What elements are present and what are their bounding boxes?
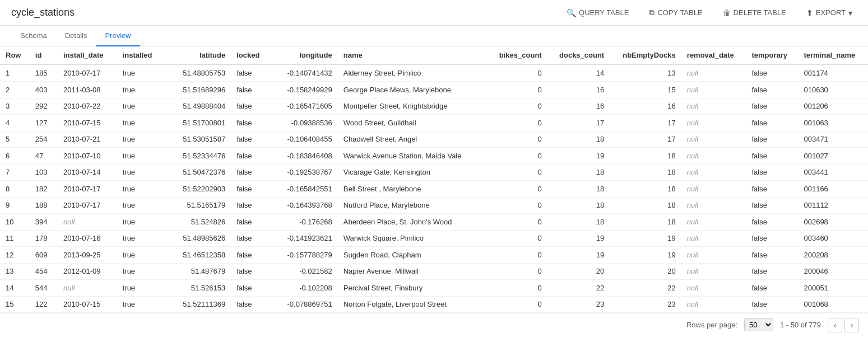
table-cell: 0	[488, 280, 547, 297]
table-cell: 13	[610, 64, 681, 82]
table-cell: Chadwell Street, Angel	[338, 131, 488, 148]
table-cell: 403	[30, 82, 58, 98]
table-cell: false	[746, 82, 798, 98]
table-cell: 20	[547, 263, 610, 280]
table-cell: null	[681, 82, 746, 98]
table-cell: 18	[547, 214, 610, 231]
prev-page-button[interactable]: ‹	[828, 318, 842, 332]
table-cell: 2010-07-22	[58, 98, 117, 115]
table-cell: true	[117, 164, 163, 181]
table-cell: 7	[0, 164, 30, 181]
table-cell: 17	[610, 115, 681, 132]
table-cell: 8	[0, 181, 30, 198]
table-cell: false	[231, 115, 269, 132]
table-cell: true	[117, 230, 163, 247]
table-cell: false	[231, 181, 269, 198]
col-header-row: Row	[0, 46, 30, 64]
table-cell: false	[231, 296, 269, 313]
table-cell: -0.021582	[269, 263, 337, 280]
table-cell: 51.526153	[163, 280, 231, 297]
table-cell: 19	[547, 247, 610, 264]
table-cell: null	[681, 263, 746, 280]
table-cell: 18	[610, 164, 681, 181]
query-table-button[interactable]: 🔍 QUERY TABLE	[562, 6, 633, 20]
table-cell: 11	[0, 230, 30, 247]
col-header-latitude: latitude	[163, 46, 231, 64]
table-cell: 18	[610, 148, 681, 165]
copy-table-button[interactable]: ⧉ COPY TABLE	[644, 6, 707, 20]
table-cell: null	[681, 131, 746, 148]
table-cell: 001174	[798, 64, 868, 82]
rows-per-page-label: Rows per page:	[686, 321, 737, 329]
table-cell: null	[681, 148, 746, 165]
table-cell: 18	[547, 131, 610, 148]
data-table: Row id install_date installed latitude l…	[0, 46, 868, 313]
table-cell: 103	[30, 164, 58, 181]
table-cell: -0.165842551	[269, 181, 337, 198]
table-cell: false	[746, 230, 798, 247]
col-header-temporary: temporary	[746, 46, 798, 64]
table-cell: 200046	[798, 263, 868, 280]
rows-per-page-select[interactable]: 10 25 50 100	[744, 318, 773, 331]
col-header-longitude: longitude	[269, 46, 337, 64]
table-cell: 001166	[798, 181, 868, 198]
query-icon: 🔍	[567, 8, 576, 17]
header-actions: 🔍 QUERY TABLE ⧉ COPY TABLE 🗑 DELETE TABL…	[562, 6, 857, 20]
table-cell: false	[231, 263, 269, 280]
table-cell: 0	[488, 82, 547, 98]
table-cell: 13	[0, 263, 30, 280]
table-cell: -0.157788279	[269, 247, 337, 264]
table-cell: 003441	[798, 164, 868, 181]
table-cell: 200051	[798, 280, 868, 297]
tab-preview[interactable]: Preview	[96, 26, 140, 46]
table-cell: 0	[488, 131, 547, 148]
tab-details[interactable]: Details	[56, 26, 96, 46]
table-cell: 254	[30, 131, 58, 148]
table-cell: null	[681, 247, 746, 264]
table-cell: 001068	[798, 296, 868, 313]
table-cell: 292	[30, 98, 58, 115]
table-cell: 0	[488, 115, 547, 132]
table-cell: 17	[610, 131, 681, 148]
tabs: Schema Details Preview	[0, 26, 868, 46]
next-page-button[interactable]: ›	[844, 318, 859, 332]
table-cell: false	[231, 148, 269, 165]
tab-schema[interactable]: Schema	[11, 26, 56, 46]
table-cell: false	[746, 214, 798, 231]
table-cell: true	[117, 197, 163, 214]
table-cell: 394	[30, 214, 58, 231]
table-cell: 4	[0, 115, 30, 132]
table-cell: false	[746, 64, 798, 82]
table-cell: 010630	[798, 82, 868, 98]
table-cell: true	[117, 214, 163, 231]
export-button[interactable]: ⬆ EXPORT ▾	[802, 6, 857, 20]
table-cell: 2	[0, 82, 30, 98]
table-cell: 19	[610, 247, 681, 264]
table-cell: null	[681, 296, 746, 313]
table-cell: -0.078869751	[269, 296, 337, 313]
table-cell: 0	[488, 181, 547, 198]
col-header-locked: locked	[231, 46, 269, 64]
table-cell: 51.51689296	[163, 82, 231, 98]
table-cell: 51.50472376	[163, 164, 231, 181]
table-cell: -0.102208	[269, 280, 337, 297]
export-icon: ⬆	[806, 8, 813, 17]
table-cell: 0	[488, 164, 547, 181]
table-header-row: Row id install_date installed latitude l…	[0, 46, 868, 64]
table-cell: false	[746, 296, 798, 313]
table-cell: 188	[30, 197, 58, 214]
table-cell: 18	[547, 181, 610, 198]
table-cell: null	[681, 181, 746, 198]
table-cell: 19	[547, 230, 610, 247]
table-cell: true	[117, 115, 163, 132]
col-header-docks-count: docks_count	[547, 46, 610, 64]
page-title: cycle_stations	[11, 7, 75, 18]
table-cell: true	[117, 98, 163, 115]
table-cell: false	[746, 247, 798, 264]
table-cell: true	[117, 64, 163, 82]
delete-table-button[interactable]: 🗑 DELETE TABLE	[718, 6, 791, 20]
table-cell: -0.192538767	[269, 164, 337, 181]
col-header-id: id	[30, 46, 58, 64]
table-cell: false	[231, 98, 269, 115]
table-cell: false	[231, 280, 269, 297]
